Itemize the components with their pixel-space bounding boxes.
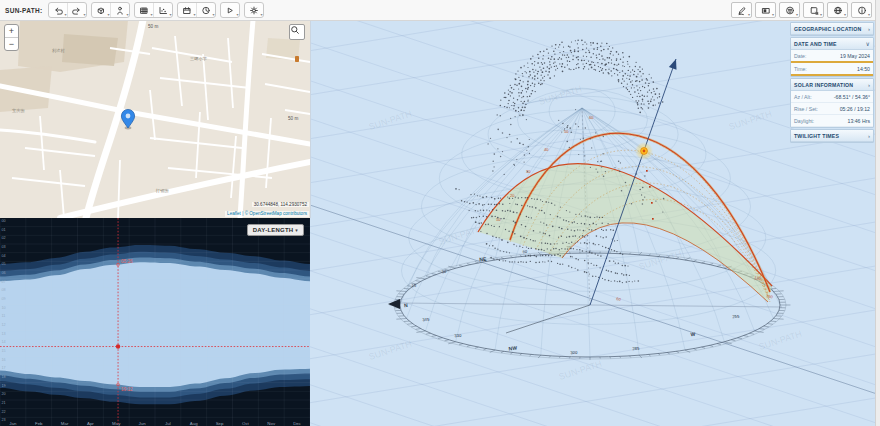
redo-button[interactable]: ▾ [68, 3, 86, 17]
svg-text:21: 21 [2, 401, 6, 405]
svg-text:Sep: Sep [216, 421, 224, 426]
panel-twilight-times: TWILIGHT TIMES › [790, 129, 874, 143]
dropdown-caret-icon: ▾ [83, 13, 85, 17]
svg-text:May: May [112, 421, 121, 426]
clock-button[interactable]: ▾ [197, 3, 215, 17]
dropdown-caret-icon: ▾ [748, 13, 750, 17]
table-button[interactable]: ▾ [135, 3, 154, 17]
undo-button[interactable]: ▾ [49, 3, 68, 17]
scrollbar[interactable] [875, 0, 880, 426]
play-button[interactable]: ▾ [221, 3, 239, 17]
svg-text:08: 08 [2, 288, 6, 292]
map-poi-icon[interactable] [295, 56, 299, 62]
svg-text:20: 20 [510, 193, 515, 198]
svg-text:345: 345 [422, 317, 430, 323]
svg-text:01: 01 [2, 228, 6, 232]
sunrise-time-label: 05:26 [121, 259, 133, 264]
chart-icon [158, 5, 168, 16]
globe-button[interactable]: ▾ [827, 2, 848, 18]
svg-text:330: 330 [454, 333, 462, 339]
panel-header-date-and-time[interactable]: DATE AND TIME ∨ [791, 38, 873, 50]
main-toolbar: SUN-PATH: ▾▾▾▾▾▾▾▾▾▾ ▾▾▾▾▾▾ [0, 0, 880, 21]
map-search-button[interactable] [289, 24, 305, 40]
day-length-dropdown[interactable]: DAY-LENGTH▾ [247, 224, 304, 236]
map-zoom-control: + − [4, 24, 19, 51]
svg-text:50 m: 50 m [288, 116, 298, 121]
toolbar-left: SUN-PATH: ▾▾▾▾▾▾▾▾▾▾ [5, 0, 268, 20]
toolbar-button-group: ▾ [244, 2, 264, 18]
panel-title: DATE AND TIME [794, 41, 837, 47]
svg-text:255: 255 [732, 314, 740, 320]
export-button[interactable]: ▾ [803, 2, 824, 18]
person-button[interactable]: ▾ [111, 3, 129, 17]
time-field[interactable]: Time: 14:50 [791, 63, 873, 76]
svg-text:22: 22 [2, 410, 6, 414]
dropdown-caret-icon: ▾ [236, 13, 238, 17]
sun-path-app: SUN-PATHSUN-PATHSUN-PATHSUN-PATHSUN-PATH… [0, 0, 880, 426]
export-icon [809, 5, 819, 16]
svg-text:Oct: Oct [242, 421, 250, 426]
svg-text:18: 18 [2, 375, 6, 379]
info-button[interactable]: ▾ [851, 2, 872, 18]
az-alt-label: Az / Alt: [794, 94, 812, 100]
svg-text:14: 14 [2, 340, 6, 344]
az-alt-value: -68.51° / 54.36° [834, 94, 870, 100]
dropdown-caret-icon: ▾ [126, 13, 128, 17]
dropdown-caret-icon: ▾ [193, 13, 195, 17]
daylight-value: 13:46 Hrs [848, 118, 871, 124]
toolbar-button-group: ▾▾ [134, 2, 173, 18]
annotate-icon [737, 5, 747, 16]
panel-header-twilight-times[interactable]: TWILIGHT TIMES › [791, 130, 873, 142]
map-attribution-text[interactable]: Leaflet | © OpenStreetMap contributors [225, 211, 309, 217]
capture-button[interactable]: ▾ [755, 2, 776, 18]
current-time-dot[interactable] [116, 344, 120, 348]
zoom-out-button[interactable]: − [5, 38, 18, 50]
svg-text:285: 285 [632, 346, 640, 352]
capture-icon [761, 5, 771, 16]
svg-text:02: 02 [2, 236, 6, 240]
undo-icon [53, 5, 63, 16]
day-length-panel: 0001020304050607080910111213141516171819… [0, 218, 310, 426]
app-title: SUN-PATH: [5, 7, 42, 14]
svg-text:12: 12 [2, 323, 6, 327]
svg-text:300: 300 [570, 350, 578, 356]
svg-text:W: W [690, 331, 696, 337]
dial-button[interactable]: ▾ [779, 2, 800, 18]
dropdown-caret-icon: ▾ [150, 13, 152, 17]
redo-icon [72, 5, 82, 16]
panel-header-solar-information[interactable]: SOLAR INFORMATION › [791, 79, 873, 91]
panel-title: GEOGRAPHIC LOCATION [794, 26, 861, 32]
svg-text:10: 10 [2, 306, 6, 310]
svg-text:50 m: 50 m [148, 24, 158, 29]
svg-text:Mar: Mar [61, 421, 69, 426]
model-button[interactable]: ▾ [92, 3, 111, 17]
daylight-label: Daylight: [794, 118, 814, 124]
clock-icon [201, 5, 211, 16]
sun-marker[interactable] [635, 142, 653, 160]
dial-icon [785, 5, 795, 16]
day-length-chart[interactable]: 0001020304050607080910111213141516171819… [0, 218, 310, 426]
globe-icon [833, 5, 843, 16]
table-icon [139, 5, 149, 16]
time-value[interactable]: 14:50 [857, 66, 870, 72]
svg-text:Feb: Feb [35, 421, 43, 426]
toolbar-button-group: ▾▾ [91, 2, 130, 18]
info-sidebar: GEOGRAPHIC LOCATION › DATE AND TIME ∨ Da… [790, 22, 874, 144]
map-canvas: 利济村三曙小学打铜街宝庆街50 m50 m [0, 20, 310, 218]
annotate-button[interactable]: ▾ [731, 2, 752, 18]
svg-text:23: 23 [2, 418, 6, 422]
info-icon [857, 5, 867, 16]
svg-text:00: 00 [2, 219, 6, 223]
calendar-button[interactable]: ▾ [178, 3, 197, 17]
date-value[interactable]: 19 May 2024 [840, 53, 870, 59]
zoom-in-button[interactable]: + [5, 25, 18, 38]
day-length-dropdown-label: DAY-LENGTH [253, 227, 293, 233]
panel-header-geographic-location[interactable]: GEOGRAPHIC LOCATION › [791, 23, 873, 35]
svg-text:Aug: Aug [190, 421, 198, 426]
date-field[interactable]: Date: 19 May 2024 [791, 50, 873, 63]
settings-button[interactable]: ▾ [245, 3, 263, 17]
location-map[interactable]: 利济村三曙小学打铜街宝庆街50 m50 m + − 30.6744848, 11… [0, 20, 311, 218]
chevron-right-icon: › [868, 26, 870, 32]
svg-text:19: 19 [2, 384, 6, 388]
chart-button[interactable]: ▾ [154, 3, 172, 17]
